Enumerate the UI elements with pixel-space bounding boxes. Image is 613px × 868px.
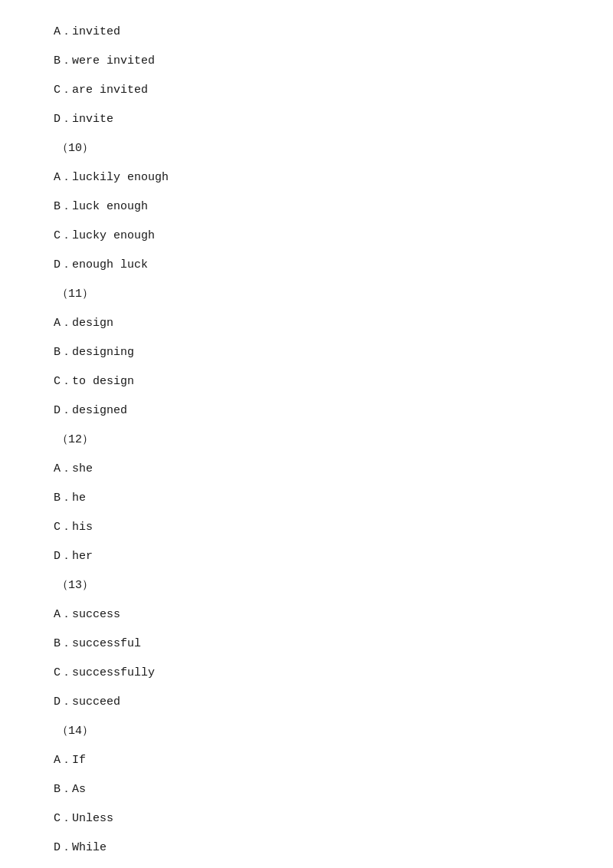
section-label-3: （12）: [54, 431, 559, 449]
option-q9a: A．invited: [54, 23, 559, 41]
option-q11b: B．designing: [54, 344, 559, 362]
option-q13a: A．success: [54, 606, 559, 624]
option-q10d: D．enough luck: [54, 256, 559, 275]
option-q9c: C．are invited: [54, 81, 559, 100]
option-q13d: D．succeed: [54, 693, 559, 712]
option-q14a: A．If: [54, 751, 559, 770]
option-q11a: A．design: [54, 314, 559, 333]
section-label-5: （14）: [54, 722, 559, 741]
option-q10b: B．luck enough: [54, 198, 559, 216]
option-q13b: B．successful: [54, 635, 559, 653]
section-label-1: （10）: [54, 140, 559, 158]
option-q12c: C．his: [54, 518, 559, 537]
option-q11d: D．designed: [54, 402, 559, 420]
option-q11c: C．to design: [54, 373, 559, 391]
page-content: A．invitedB．were invitedC．are invitedD．in…: [0, 0, 613, 868]
option-q14b: B．As: [54, 781, 559, 799]
option-q9d: D．invite: [54, 110, 559, 129]
option-q12d: D．her: [54, 547, 559, 566]
option-q10c: C．lucky enough: [54, 227, 559, 245]
option-q12b: B．he: [54, 489, 559, 508]
option-q13c: C．successfully: [54, 664, 559, 682]
option-q10a: A．luckily enough: [54, 169, 559, 187]
option-q9b: B．were invited: [54, 52, 559, 71]
section-label-4: （13）: [54, 577, 559, 595]
section-label-2: （11）: [54, 285, 559, 304]
option-q12a: A．she: [54, 460, 559, 478]
option-q14c: C．Unless: [54, 810, 559, 828]
option-q14d: D．While: [54, 839, 559, 857]
